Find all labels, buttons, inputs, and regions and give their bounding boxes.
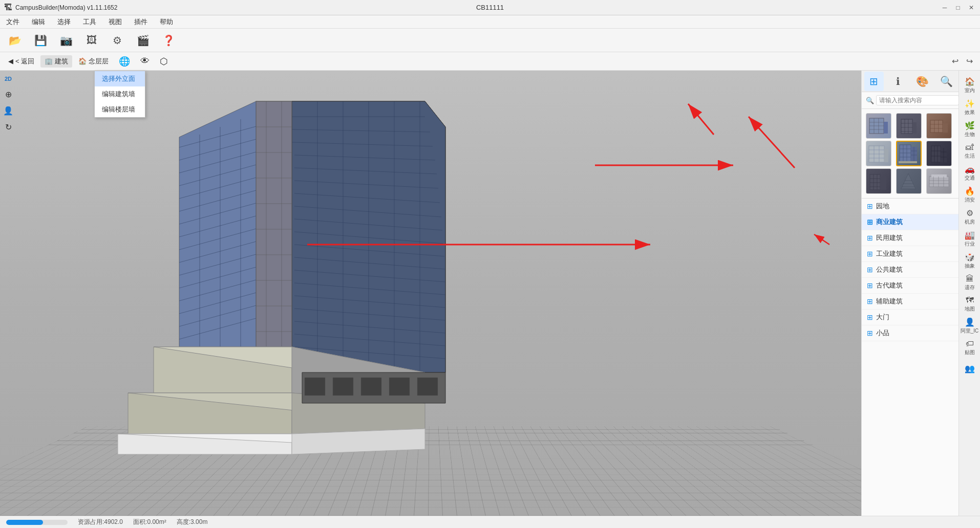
svg-rect-88 <box>884 122 888 134</box>
category-item-7[interactable]: ⊞ 辅助建筑 <box>862 294 958 310</box>
fire-icon: 🔥 <box>965 186 975 196</box>
open-folder-button[interactable]: 📂 <box>6 32 24 49</box>
sidebar-traffic[interactable]: 🚗 交通 <box>960 162 980 183</box>
redo-button[interactable]: ↪ <box>963 55 976 68</box>
app-title: CampusBuilder(Momoda) v1.11.1652 <box>15 4 117 11</box>
panel-tab-grid[interactable]: ⊞ <box>864 72 884 91</box>
menu-file[interactable]: 文件 <box>4 16 22 28</box>
dropdown-item-building-wall[interactable]: 编辑建筑墙 <box>95 86 145 102</box>
sidebar-industry[interactable]: 🏭 行业 <box>960 228 980 249</box>
user-icon: 👥 <box>965 364 975 373</box>
biology-icon: 🌿 <box>965 121 975 130</box>
building-thumb-8[interactable] <box>896 168 922 194</box>
category-item-3[interactable]: ⊞ 民用建筑 <box>862 230 958 246</box>
settings-button[interactable]: ⚙ <box>109 32 126 49</box>
sidebar-user[interactable]: 👥 <box>960 359 980 379</box>
sidebar-machine[interactable]: ⚙ 机房 <box>960 206 980 227</box>
category-item-8[interactable]: ⊞ 大门 <box>862 310 958 325</box>
category-icon-6: ⊞ <box>867 281 873 290</box>
minimize-button[interactable]: ─ <box>940 3 949 12</box>
2d-toggle-button[interactable]: 2D <box>1 73 15 85</box>
dropdown-menu: 选择外立面 编辑建筑墙 编辑楼层墙 <box>94 71 145 118</box>
fire-label: 消安 <box>965 197 975 203</box>
dropdown-item-floor-wall[interactable]: 编辑楼层墙 <box>95 102 145 117</box>
viewport-3d[interactable]: 2D ⊕ 👤 ↻ <box>0 71 861 516</box>
building-thumb-3[interactable] <box>926 113 952 139</box>
menubar: 文件 编辑 选择 工具 视图 插件 帮助 <box>0 15 980 29</box>
building-thumb-2[interactable] <box>896 113 922 139</box>
dropdown-item-facade[interactable]: 选择外立面 <box>95 71 145 86</box>
svg-rect-74 <box>389 378 410 395</box>
building-thumb-7[interactable] <box>866 168 891 194</box>
menu-plugins[interactable]: 插件 <box>132 16 150 28</box>
video-button[interactable]: 🎬 <box>134 32 152 49</box>
living-label: 生活 <box>965 153 975 159</box>
building-thumb-5[interactable] <box>896 141 922 166</box>
back-label: < 返回 <box>15 57 34 66</box>
person-view-button[interactable]: 👤 <box>1 103 15 118</box>
category-item-9[interactable]: ⊞ 小品 <box>862 325 958 341</box>
traffic-icon: 🚗 <box>965 164 975 174</box>
panel-tab-palette[interactable]: 🎨 <box>912 72 932 91</box>
menu-help[interactable]: 帮助 <box>158 16 175 28</box>
sidebar-biology[interactable]: 🌿 生物 <box>960 119 980 140</box>
image-button[interactable]: 🖼 <box>83 32 100 49</box>
search-input[interactable] <box>876 95 958 105</box>
building-tab[interactable]: 🏢 建筑 <box>40 55 72 68</box>
category-item-1[interactable]: ⊞ 园地 <box>862 199 958 214</box>
search-icon: 🔍 <box>866 97 874 104</box>
sidebar-living[interactable]: 🛋 生活 <box>960 141 980 161</box>
svg-line-85 <box>814 234 829 245</box>
category-label-7: 辅助建筑 <box>876 297 903 306</box>
maximize-button[interactable]: □ <box>953 3 963 12</box>
save-button[interactable]: 💾 <box>32 32 49 49</box>
undo-button[interactable]: ↩ <box>948 55 962 68</box>
menu-view[interactable]: 视图 <box>106 16 124 28</box>
eye-mode-button[interactable]: 👁 <box>136 54 154 68</box>
building-thumb-9[interactable] <box>926 168 952 194</box>
3d-mode-button[interactable]: 🌐 <box>115 54 134 69</box>
sidebar-sticker[interactable]: 🏷 贴图 <box>960 337 980 358</box>
svg-rect-73 <box>361 378 381 395</box>
zoom-in-button[interactable]: ⊕ <box>1 87 15 101</box>
red-arrow-5 <box>809 229 835 250</box>
sidebar-map[interactable]: 🗺 地图 <box>960 294 980 314</box>
category-item-6[interactable]: ⊞ 古代建筑 <box>862 278 958 294</box>
screenshot-button[interactable]: 📷 <box>57 32 75 49</box>
effects-label: 效果 <box>965 109 975 116</box>
sidebar-legacy[interactable]: 🏛 遗存 <box>960 272 980 293</box>
sidebar-effects[interactable]: ✨ 效果 <box>960 97 980 118</box>
area-label: 面积:0.00m² <box>133 518 166 526</box>
building-thumb-4[interactable] <box>866 141 891 166</box>
industry-icon: 🏭 <box>965 230 975 240</box>
app-logo: 🏗 <box>4 3 12 12</box>
category-item-4[interactable]: ⊞ 工业建筑 <box>862 246 958 262</box>
building-thumb-1[interactable] <box>866 113 891 139</box>
category-label-9: 小品 <box>876 328 889 338</box>
svg-rect-75 <box>417 378 438 395</box>
sidebar-lottery[interactable]: 🎲 抽象 <box>960 250 980 271</box>
sidebar-avatar[interactable]: 👤 阿里_IC <box>960 315 980 336</box>
svg-line-81 <box>749 117 795 168</box>
floor-tab[interactable]: 🏠 念层层 <box>74 55 113 68</box>
back-button[interactable]: ◀ < 返回 <box>4 55 38 68</box>
help-button[interactable]: ❓ <box>160 32 177 49</box>
avatar-label: 阿里_IC <box>961 328 979 334</box>
category-item-2[interactable]: ⊞ 商业建筑 <box>862 214 958 230</box>
panel-tab-search[interactable]: 🔍 <box>936 72 956 91</box>
menu-tools[interactable]: 工具 <box>81 16 98 28</box>
menu-select[interactable]: 选择 <box>55 16 73 28</box>
sidebar-fire[interactable]: 🔥 消安 <box>960 184 980 205</box>
category-label-3: 民用建筑 <box>876 233 903 243</box>
left-panel: 2D ⊕ 👤 ↻ <box>0 71 16 516</box>
cube-mode-button[interactable]: ⬡ <box>156 54 172 69</box>
panel-tab-info[interactable]: ℹ <box>888 72 908 91</box>
sidebar-indoor[interactable]: 🏠 室内 <box>960 75 980 96</box>
floor-icon: 🏠 <box>78 57 87 65</box>
building-thumb-6[interactable] <box>926 141 952 166</box>
category-list: ⊞ 园地 ⊞ 商业建筑 ⊞ 民用建筑 ⊞ 工业建筑 ⊞ 公共建筑 ⊞ 古代建筑 <box>862 199 958 516</box>
category-item-5[interactable]: ⊞ 公共建筑 <box>862 262 958 278</box>
menu-edit[interactable]: 编辑 <box>30 16 47 28</box>
close-button[interactable]: ✕ <box>967 3 976 12</box>
rotate-button[interactable]: ↻ <box>1 120 15 134</box>
